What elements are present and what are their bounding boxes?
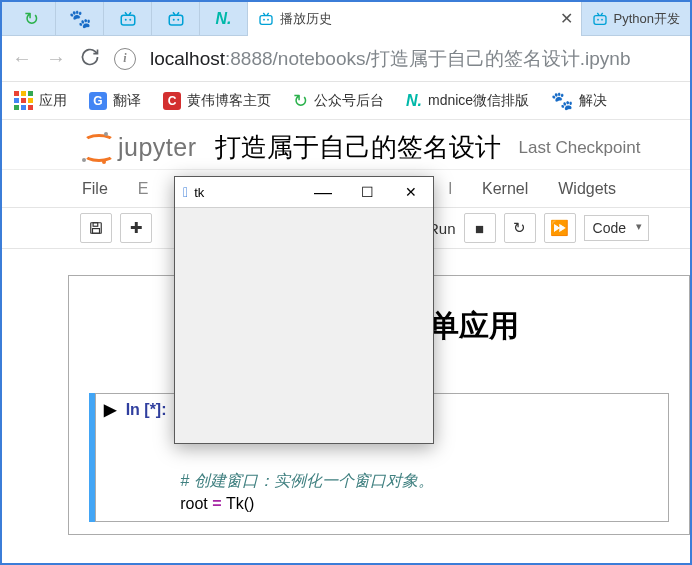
tk-maximize-button[interactable]: ☐ xyxy=(345,177,389,207)
menu-cell-partial[interactable]: l xyxy=(448,180,452,198)
celltype-value: Code xyxy=(593,220,626,236)
run-cell-icon[interactable]: ▶ xyxy=(104,401,116,418)
celltype-select[interactable]: Code xyxy=(584,215,649,241)
menu-kernel[interactable]: Kernel xyxy=(482,180,528,198)
reload-icon[interactable] xyxy=(80,47,100,71)
svg-point-10 xyxy=(597,18,599,20)
jupyter-header: jupyter 打造属于自己的签名设计 Last Checkpoint xyxy=(2,120,690,169)
bilibili-icon xyxy=(119,10,137,28)
svg-rect-9 xyxy=(594,15,606,24)
cell-prompt: ▶ In [*]: xyxy=(104,400,176,419)
paw-icon: 🐾 xyxy=(69,8,91,30)
menu-file[interactable]: File xyxy=(82,180,108,198)
restart-run-button[interactable]: ⏩ xyxy=(544,213,576,243)
checkpoint-text: Last Checkpoint xyxy=(519,138,641,158)
translate-icon: G xyxy=(89,92,107,110)
svg-point-5 xyxy=(177,18,179,20)
tk-window[interactable]: 𓆃 tk — ☐ ✕ xyxy=(174,176,434,444)
bookmark-blog[interactable]: C黄伟博客主页 xyxy=(163,92,271,110)
svg-rect-0 xyxy=(121,15,135,25)
tk-minimize-button[interactable]: — xyxy=(301,177,345,207)
svg-point-8 xyxy=(267,18,269,20)
active-tab-label: 播放历史 xyxy=(280,10,552,28)
jupyter-logo[interactable]: jupyter xyxy=(80,132,197,164)
address-bar: ← → i localhost:8888/notebooks/打造属于自己的签名… xyxy=(2,36,690,82)
svg-point-7 xyxy=(263,18,265,20)
bookmark-label: 翻译 xyxy=(113,92,141,110)
url-text[interactable]: localhost:8888/notebooks/打造属于自己的签名设计.ipy… xyxy=(150,46,631,72)
add-cell-button[interactable]: ✚ xyxy=(120,213,152,243)
jupyter-logo-text: jupyter xyxy=(118,133,197,162)
tab-icon-bilibili-2[interactable] xyxy=(152,2,200,36)
apps-button[interactable]: 应用 xyxy=(14,91,67,110)
n-icon: N. xyxy=(216,10,232,28)
svg-rect-6 xyxy=(260,15,272,24)
bookmark-solve[interactable]: 🐾解决 xyxy=(551,90,607,112)
menu-widgets[interactable]: Widgets xyxy=(558,180,616,198)
nav-back-icon[interactable]: ← xyxy=(12,47,32,70)
bilibili-icon xyxy=(167,10,185,28)
svg-rect-3 xyxy=(169,15,183,25)
bookmark-mdnice[interactable]: N.mdnice微信排版 xyxy=(406,92,529,110)
nav-forward-icon[interactable]: → xyxy=(46,47,66,70)
tab-icon-bilibili-1[interactable] xyxy=(104,2,152,36)
svg-rect-13 xyxy=(93,223,98,227)
notebook-title[interactable]: 打造属于自己的签名设计 xyxy=(215,130,501,165)
close-tab-icon[interactable]: ✕ xyxy=(560,9,573,28)
svg-point-11 xyxy=(601,18,603,20)
paw-icon: 🐾 xyxy=(551,90,573,112)
bookmark-label: 解决 xyxy=(579,92,607,110)
bookmarks-bar: 应用 G翻译 C黄伟博客主页 ↻公众号后台 N.mdnice微信排版 🐾解决 xyxy=(2,82,690,120)
save-button[interactable] xyxy=(80,213,112,243)
tk-client-area xyxy=(175,207,433,443)
trailing-tab-label: Python开发 xyxy=(614,10,680,28)
apps-icon xyxy=(14,91,33,110)
bilibili-icon xyxy=(258,11,274,27)
browser-tab-strip: ↻ 🐾 N. 播放历史 ✕ Python开发 xyxy=(2,2,690,36)
site-info-icon[interactable]: i xyxy=(114,48,136,70)
bilibili-icon xyxy=(592,11,608,27)
tk-titlebar[interactable]: 𓆃 tk — ☐ ✕ xyxy=(175,177,433,207)
bookmark-translate[interactable]: G翻译 xyxy=(89,92,141,110)
interrupt-button[interactable]: ■ xyxy=(464,213,496,243)
svg-point-1 xyxy=(124,18,126,20)
tk-title-text: tk xyxy=(194,185,301,200)
bookmark-label: 应用 xyxy=(39,92,67,110)
bookmark-label: 公众号后台 xyxy=(314,92,384,110)
swirl-icon: ↻ xyxy=(24,8,39,30)
svg-point-2 xyxy=(129,18,131,20)
tab-icon-baidu[interactable]: 🐾 xyxy=(56,2,104,36)
bookmark-wechat[interactable]: ↻公众号后台 xyxy=(293,90,384,112)
active-tab[interactable]: 播放历史 ✕ xyxy=(248,2,582,36)
markdown-heading-fragment: 单应用 xyxy=(429,306,669,347)
svg-rect-14 xyxy=(93,229,100,234)
menu-edit-partial[interactable]: E xyxy=(138,180,149,198)
jupyter-logo-icon xyxy=(80,132,112,164)
n-icon: N. xyxy=(406,92,422,110)
trailing-tab[interactable]: Python开发 xyxy=(582,2,690,36)
bookmark-label: 黄伟博客主页 xyxy=(187,92,271,110)
swirl-icon: ↻ xyxy=(293,90,308,112)
c-icon: C xyxy=(163,92,181,110)
bookmark-label: mdnice微信排版 xyxy=(428,92,529,110)
restart-button[interactable]: ↻ xyxy=(504,213,536,243)
svg-point-4 xyxy=(172,18,174,20)
tab-icon-n[interactable]: N. xyxy=(200,2,248,36)
tk-close-button[interactable]: ✕ xyxy=(389,177,433,207)
tk-feather-icon: 𓆃 xyxy=(183,184,188,200)
tab-icon-360[interactable]: ↻ xyxy=(8,2,56,36)
